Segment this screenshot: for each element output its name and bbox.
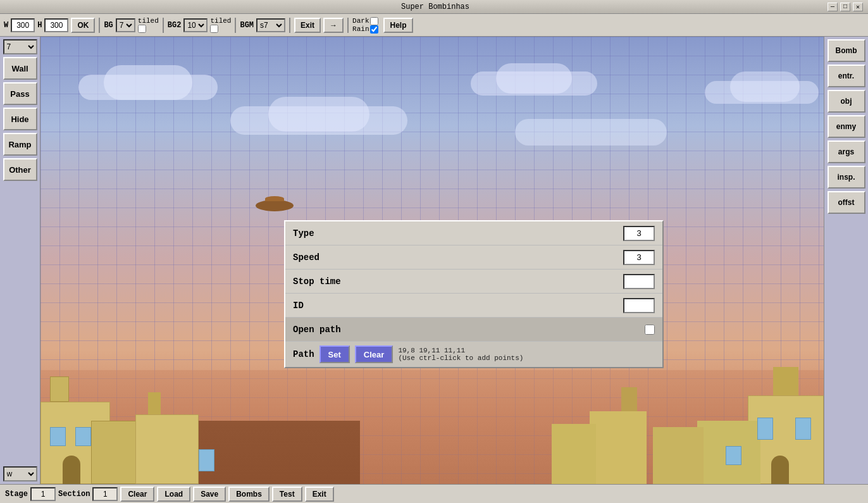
bg-select[interactable]: 7: [116, 18, 135, 32]
separator1: [99, 18, 100, 33]
bottombar: Stage Section Clear Load Save Bombs Test…: [0, 484, 868, 503]
stage-input[interactable]: [30, 487, 56, 501]
enmy-button[interactable]: enmy: [828, 115, 865, 138]
w-input[interactable]: [11, 18, 35, 32]
obj-button[interactable]: obj: [828, 90, 865, 113]
separator2: [163, 18, 164, 33]
close-button[interactable]: ✕: [853, 3, 863, 11]
h-input[interactable]: [44, 18, 68, 32]
openpath-checkbox[interactable]: [645, 325, 655, 335]
layer-select[interactable]: 7: [3, 39, 37, 54]
type-label: Type: [293, 228, 623, 239]
section-input[interactable]: [92, 487, 118, 501]
titlebar-controls: — □ ✕: [828, 3, 863, 11]
cloud-2b: [268, 97, 369, 132]
cloud-1b: [104, 65, 192, 100]
rain-label: Rain: [352, 25, 369, 33]
dark-checkbox[interactable]: [370, 17, 378, 25]
bg2-label: BG2: [168, 21, 182, 30]
tiled1-label: tiled: [138, 17, 159, 25]
clear-button[interactable]: Clear: [355, 345, 394, 363]
hide-button[interactable]: Hide: [3, 108, 37, 130]
stage-label: Stage: [5, 490, 28, 499]
h-label: H: [37, 21, 42, 30]
id-input[interactable]: [623, 298, 655, 313]
stoptime-input[interactable]: [623, 274, 655, 289]
dark-group: Dark Rain: [352, 17, 378, 34]
wall-button[interactable]: Wall: [3, 57, 37, 80]
canvas-area[interactable]: Type Speed Stop time ID Open path: [40, 37, 824, 484]
speed-label: Speed: [293, 252, 623, 263]
toolbar: W H OK BG 7 tiled BG2 10 tiled BGM s7 Ex…: [0, 14, 868, 37]
arrow-button[interactable]: →: [323, 18, 344, 33]
bgm-label: BGM: [240, 21, 254, 30]
ramp-button[interactable]: Ramp: [3, 133, 37, 156]
set-button[interactable]: Set: [319, 345, 350, 363]
bg2-select[interactable]: 10: [183, 18, 208, 32]
tiled2-checkbox[interactable]: [210, 25, 218, 33]
pass-button[interactable]: Pass: [3, 82, 37, 105]
exit-bottom-button[interactable]: Exit: [305, 487, 334, 502]
buildings-layer: [40, 370, 824, 484]
bgm-select[interactable]: s7: [256, 18, 285, 32]
speed-row: Speed: [285, 245, 662, 270]
main-area: 7 Wall Pass Hide Ramp Other w: [0, 37, 868, 484]
stoptime-row: Stop time: [285, 270, 662, 294]
entr-button[interactable]: entr.: [828, 65, 865, 87]
exit-button[interactable]: Exit: [294, 18, 321, 33]
separator5: [347, 18, 349, 33]
id-label: ID: [293, 301, 623, 311]
cloud-4: [515, 119, 667, 146]
bg-select-group: 7: [116, 18, 135, 32]
tiled2-group: tiled: [210, 17, 231, 33]
rain-checkbox[interactable]: [370, 25, 378, 34]
clear-bottom-button[interactable]: Clear: [120, 487, 154, 502]
bombs-button[interactable]: Bombs: [228, 487, 270, 502]
separator3: [235, 18, 236, 33]
path-label: Path: [293, 349, 314, 359]
ok-button[interactable]: OK: [71, 18, 95, 33]
insp-button[interactable]: insp.: [828, 166, 865, 189]
openpath-label: Open path: [293, 325, 645, 335]
test-button[interactable]: Test: [272, 487, 302, 502]
separator4: [289, 18, 290, 33]
bg-label: BG: [104, 21, 113, 30]
minimize-button[interactable]: —: [828, 3, 838, 11]
bomb-button[interactable]: Bomb: [828, 39, 865, 62]
building-tower-1: [50, 376, 69, 402]
args-button[interactable]: args: [828, 140, 865, 163]
offst-button[interactable]: offst: [828, 191, 865, 214]
saucer-object: [256, 200, 294, 211]
dark-label: Dark: [352, 17, 369, 25]
path-row: Path Set Clear 19,8 19,11 11,11 (Use ctr…: [285, 342, 662, 367]
stoptime-label: Stop time: [293, 276, 623, 287]
entity-dialog: Type Speed Stop time ID Open path: [284, 220, 664, 368]
maximize-button[interactable]: □: [840, 3, 850, 11]
type-input[interactable]: [623, 226, 655, 241]
tiled2-label: tiled: [210, 17, 231, 25]
bg2-select-group: 10: [183, 18, 208, 32]
brush-select[interactable]: w: [3, 466, 37, 481]
cloud-5b: [730, 71, 800, 102]
save-button[interactable]: Save: [193, 487, 226, 502]
other-button[interactable]: Other: [3, 158, 37, 181]
load-button[interactable]: Load: [157, 487, 190, 502]
id-row: ID: [285, 294, 662, 318]
dark-row: Dark: [352, 17, 378, 25]
w-label: W: [4, 21, 8, 30]
openpath-row: Open path: [285, 318, 662, 342]
help-button[interactable]: Help: [383, 18, 412, 33]
path-hint: (Use ctrl-click to add points): [398, 354, 523, 362]
section-label: Section: [58, 490, 90, 499]
right-panel: Bomb entr. obj enmy args insp. offst: [824, 37, 868, 484]
tiled1-group: tiled: [138, 17, 159, 33]
path-info-container: 19,8 19,11 11,11 (Use ctrl-click to add …: [398, 347, 523, 362]
titlebar: Super Bombinhas — □ ✕: [0, 0, 868, 14]
rain-row: Rain: [352, 25, 378, 34]
cloud-3b: [496, 63, 572, 94]
type-row: Type: [285, 221, 662, 245]
speed-input[interactable]: [623, 250, 655, 265]
tiled1-checkbox[interactable]: [138, 25, 146, 33]
titlebar-title: Super Bombinhas: [43, 3, 828, 11]
path-coordinates: 19,8 19,11 11,11: [398, 347, 523, 354]
